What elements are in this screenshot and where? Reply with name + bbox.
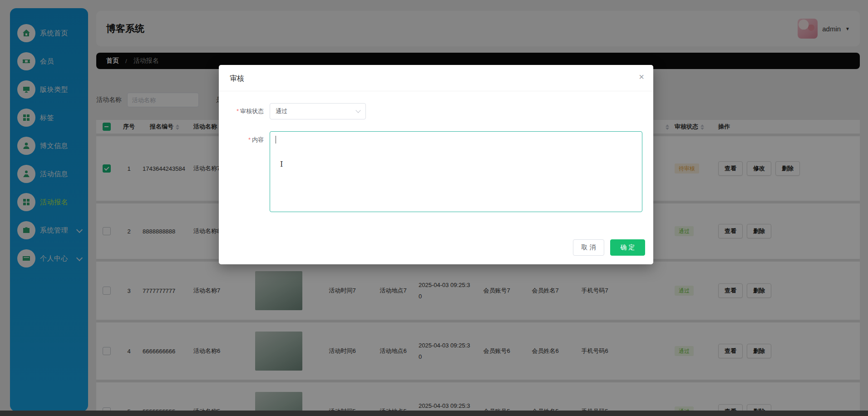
review-status-row: *审核状态 通过 xyxy=(230,103,642,119)
content-textarea[interactable]: I xyxy=(270,131,642,212)
select-value: 通过 xyxy=(276,107,287,115)
cancel-button[interactable]: 取 消 xyxy=(573,239,604,256)
text-cursor-icon: I xyxy=(280,160,283,168)
required-asterisk: * xyxy=(248,136,251,143)
dialog-title: 审核 xyxy=(230,74,244,82)
required-asterisk: * xyxy=(237,108,239,114)
dialog-header: 审核 × xyxy=(219,65,653,91)
dialog-footer: 取 消 确 定 xyxy=(573,239,645,256)
close-icon[interactable]: × xyxy=(639,72,644,81)
review-dialog: 审核 × *审核状态 通过 *内容 I 取 消 确 定 xyxy=(219,65,653,264)
confirm-button[interactable]: 确 定 xyxy=(610,239,645,256)
content-row: *内容 I xyxy=(230,131,642,212)
content-label: *内容 xyxy=(230,136,270,144)
text-caret xyxy=(276,136,276,144)
review-status-select[interactable]: 通过 xyxy=(270,103,366,119)
chevron-down-icon xyxy=(355,108,360,113)
review-status-label: *审核状态 xyxy=(230,107,270,115)
